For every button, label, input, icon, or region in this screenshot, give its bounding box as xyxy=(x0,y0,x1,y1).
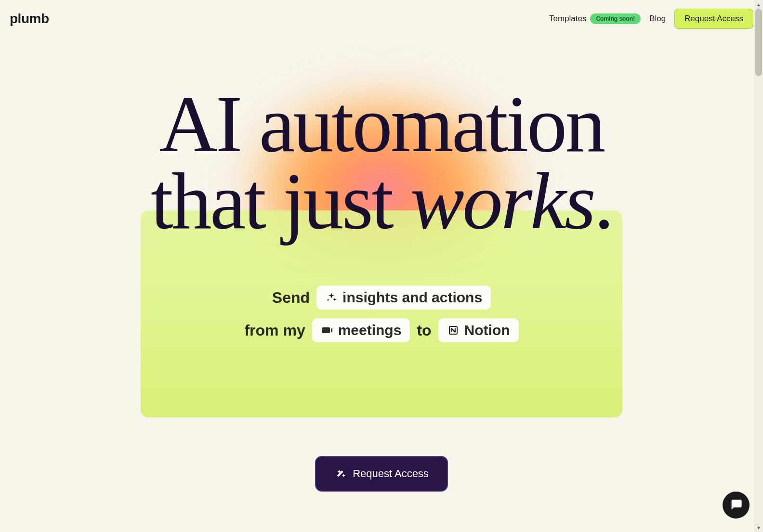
nav-templates[interactable]: Templates Coming soon! xyxy=(549,13,641,24)
request-access-label: Request Access xyxy=(684,14,743,23)
prompt-line-1: Send insights and actions xyxy=(272,285,491,310)
request-access-button[interactable]: Request Access xyxy=(674,9,753,29)
notion-icon xyxy=(447,324,460,337)
wand-icon xyxy=(334,467,347,480)
video-icon xyxy=(321,324,333,337)
scrollbar-arrow-down-icon[interactable]: ▼ xyxy=(754,523,763,532)
chip-notion-label: Notion xyxy=(464,322,510,338)
nav-blog-label: Blog xyxy=(649,14,666,24)
prompt-prefix-1: Send xyxy=(272,289,310,307)
cta-label: Request Access xyxy=(353,467,429,480)
chip-meetings-label: meetings xyxy=(338,322,402,338)
chip-meetings[interactable]: meetings xyxy=(312,318,410,342)
cta-request-access-button[interactable]: Request Access xyxy=(315,456,448,492)
hero-headline: AI automation that just works. xyxy=(151,86,612,239)
headline-emphasis: works xyxy=(410,156,594,246)
headline-line1: AI automation xyxy=(159,79,604,169)
headline-line2-part1: that just xyxy=(151,156,410,246)
chip-notion[interactable]: Notion xyxy=(438,318,519,342)
nav-blog[interactable]: Blog xyxy=(649,14,666,24)
main-nav: Templates Coming soon! Blog Request Acce… xyxy=(549,9,753,29)
prompt-line-2: from my meetings to Notion xyxy=(244,318,518,342)
logo-text: plumb xyxy=(10,11,49,26)
logo[interactable]: plumb xyxy=(10,11,49,26)
coming-soon-badge: Coming soon! xyxy=(590,13,641,24)
chip-insights-label: insights and actions xyxy=(342,289,482,306)
prompt-mid: to xyxy=(417,322,431,339)
chat-widget-button[interactable] xyxy=(723,492,750,519)
hero-section: AI automation that just works. Send insi… xyxy=(0,38,763,492)
chat-icon xyxy=(729,497,743,513)
chip-insights[interactable]: insights and actions xyxy=(316,285,491,310)
nav-templates-label: Templates xyxy=(549,14,586,24)
sparkle-icon xyxy=(325,291,338,304)
header: plumb Templates Coming soon! Blog Reques… xyxy=(0,0,763,38)
headline-period: . xyxy=(594,156,612,246)
prompt-prefix-2: from my xyxy=(244,322,305,339)
